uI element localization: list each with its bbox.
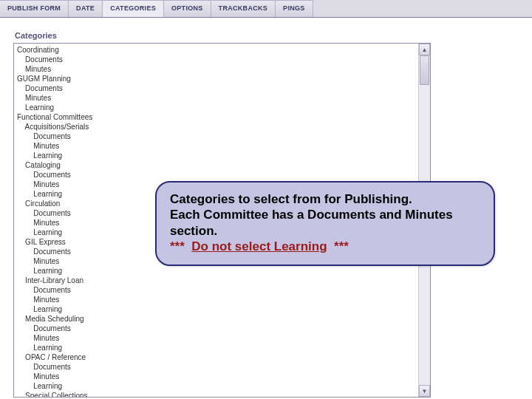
category-item[interactable]: Minutes <box>17 372 430 381</box>
category-item[interactable]: Documents <box>17 132 430 141</box>
category-item[interactable]: Functional Committees <box>17 112 430 122</box>
tab-trackbacks[interactable]: TRACKBACKS <box>211 0 276 17</box>
category-item[interactable]: Learning <box>17 151 430 160</box>
category-item[interactable]: Documents <box>17 83 430 93</box>
category-item[interactable]: Documents <box>17 324 430 333</box>
category-item[interactable]: Learning <box>17 304 430 314</box>
category-item[interactable]: Minutes <box>17 93 430 103</box>
warn-stars-right: *** <box>334 239 349 253</box>
category-item[interactable]: Minutes <box>17 141 430 151</box>
category-item[interactable]: Learning <box>17 381 430 391</box>
warn-stars-left: *** <box>170 239 185 253</box>
instruction-callout: Categories to select from for Publishing… <box>155 181 495 266</box>
category-item[interactable]: Media Scheduling <box>17 314 430 324</box>
category-item[interactable]: Learning <box>17 266 430 276</box>
category-item[interactable]: GUGM Planning <box>17 74 430 83</box>
category-item[interactable]: Special Collections <box>17 391 430 398</box>
tab-options[interactable]: OPTIONS <box>164 0 211 17</box>
category-item[interactable]: Minutes <box>17 333 430 343</box>
category-item[interactable]: Documents <box>17 170 430 180</box>
tab-date[interactable]: DATE <box>69 0 103 17</box>
tab-bar: PUBLISH FORMDATECATEGORIESOPTIONSTRACKBA… <box>0 0 532 18</box>
category-item[interactable]: Learning <box>17 343 430 352</box>
category-item[interactable]: Documents <box>17 55 430 64</box>
category-item[interactable]: Acquisitions/Serials <box>17 122 430 132</box>
category-item[interactable]: Documents <box>17 285 430 295</box>
scroll-down-button[interactable]: ▼ <box>419 385 430 397</box>
warn-text: Do not select Learning <box>191 239 327 253</box>
category-item[interactable]: Documents <box>17 362 430 372</box>
category-item[interactable]: Cataloging <box>17 160 430 170</box>
category-item[interactable]: Minutes <box>17 64 430 74</box>
category-item[interactable]: Coordinating <box>17 45 430 55</box>
callout-line2: Each Committee has a Documents and Minut… <box>170 207 480 239</box>
tab-categories[interactable]: CATEGORIES <box>103 0 164 17</box>
panel-title: Categories <box>15 31 523 40</box>
scroll-thumb[interactable] <box>420 55 429 85</box>
tab-pings[interactable]: PINGS <box>276 0 313 17</box>
category-item[interactable]: OPAC / Reference <box>17 352 430 362</box>
category-item[interactable]: Inter-Library Loan <box>17 276 430 285</box>
category-item[interactable]: Minutes <box>17 295 430 304</box>
tab-publish-form[interactable]: PUBLISH FORM <box>0 0 69 17</box>
category-item[interactable]: Learning <box>17 103 430 112</box>
callout-line1: Categories to select from for Publishing… <box>170 191 480 207</box>
callout-warning: *** Do not select Learning *** <box>170 239 480 254</box>
scroll-up-button[interactable]: ▲ <box>419 44 430 55</box>
